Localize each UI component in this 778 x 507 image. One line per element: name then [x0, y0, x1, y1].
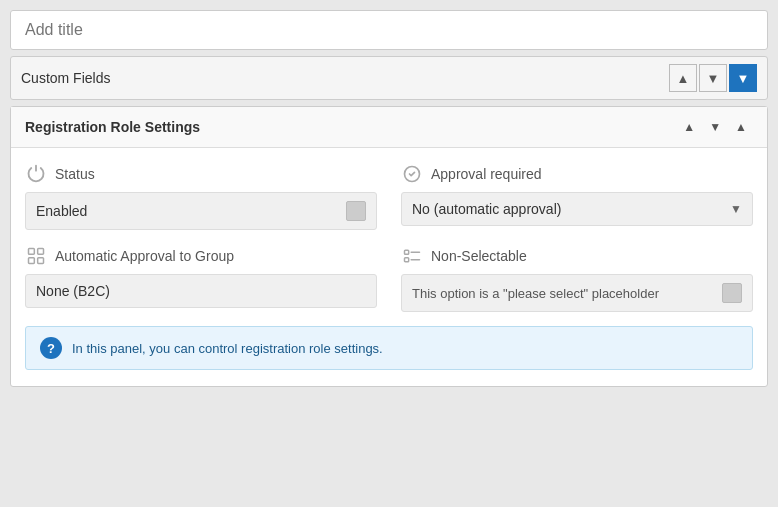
auto-approval-group-field-group: Automatic Approval to Group None (B2C) [25, 246, 377, 312]
auto-approval-label-row: Automatic Approval to Group [25, 246, 377, 266]
registration-role-settings-panel: Registration Role Settings ▲ ▼ ▲ [10, 106, 768, 387]
custom-fields-label: Custom Fields [21, 70, 669, 86]
non-selectable-value: This option is a "please select" placeho… [412, 286, 659, 301]
info-bar: ? In this panel, you can control registr… [25, 326, 753, 370]
approval-label-row: Approval required [401, 164, 753, 184]
section-controls: ▲ ▼ ▲ [677, 117, 753, 137]
svg-rect-1 [29, 249, 35, 255]
section-header: Registration Role Settings ▲ ▼ ▲ [11, 107, 767, 148]
custom-fields-up-button[interactable]: ▲ [669, 64, 697, 92]
non-selectable-control: This option is a "please select" placeho… [401, 274, 753, 312]
non-selectable-toggle[interactable] [722, 283, 742, 303]
main-container: Custom Fields ▲ ▼ ▼ Registration Role Se… [10, 10, 768, 387]
section-collapse-button[interactable]: ▲ [729, 117, 753, 137]
status-field-group: Status Enabled [25, 164, 377, 230]
approval-icon [401, 164, 423, 184]
svg-rect-4 [38, 258, 44, 264]
fields-grid: Status Enabled [25, 164, 753, 312]
nonselect-icon [401, 246, 423, 266]
status-control: Enabled [25, 192, 377, 230]
svg-rect-5 [405, 250, 409, 254]
title-input[interactable] [10, 10, 768, 50]
svg-rect-2 [38, 249, 44, 255]
group-icon [25, 246, 47, 266]
section-up-button[interactable]: ▲ [677, 117, 701, 137]
info-text: In this panel, you can control registrat… [72, 341, 383, 356]
status-value: Enabled [36, 203, 87, 219]
status-label-row: Status [25, 164, 377, 184]
custom-fields-down-button[interactable]: ▼ [699, 64, 727, 92]
approval-field-group: Approval required No (automatic approval… [401, 164, 753, 230]
non-selectable-label: Non-Selectable [431, 248, 527, 264]
section-body: Status Enabled [11, 148, 767, 386]
approval-chevron-icon: ▼ [730, 202, 742, 216]
custom-fields-bar: Custom Fields ▲ ▼ ▼ [10, 56, 768, 100]
svg-rect-7 [405, 258, 409, 262]
status-toggle[interactable] [346, 201, 366, 221]
info-icon: ? [40, 337, 62, 359]
cf-controls: ▲ ▼ ▼ [669, 64, 757, 92]
section-title: Registration Role Settings [25, 119, 677, 135]
auto-approval-control: None (B2C) [25, 274, 377, 308]
non-selectable-label-row: Non-Selectable [401, 246, 753, 266]
auto-approval-label: Automatic Approval to Group [55, 248, 234, 264]
non-selectable-field-group: Non-Selectable This option is a "please … [401, 246, 753, 312]
section-down-button[interactable]: ▼ [703, 117, 727, 137]
status-label: Status [55, 166, 95, 182]
custom-fields-expand-button[interactable]: ▼ [729, 64, 757, 92]
auto-approval-value: None (B2C) [36, 283, 110, 299]
power-icon [25, 164, 47, 184]
approval-value: No (automatic approval) [412, 201, 561, 217]
approval-select[interactable]: No (automatic approval) ▼ [401, 192, 753, 226]
approval-label: Approval required [431, 166, 542, 182]
svg-rect-3 [29, 258, 35, 264]
